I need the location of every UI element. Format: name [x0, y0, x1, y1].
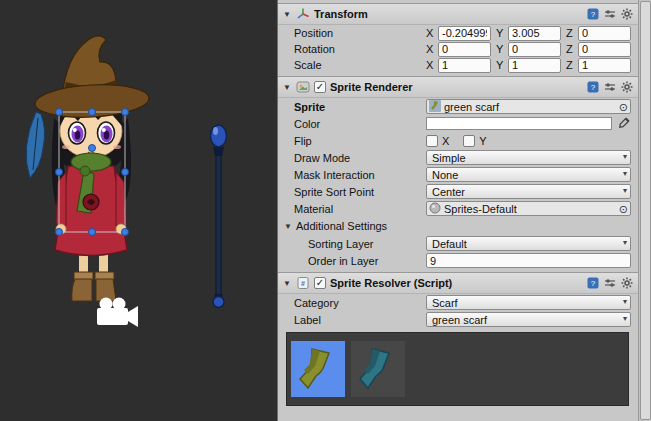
rotation-z-field[interactable]: [578, 42, 631, 57]
scale-y-field[interactable]: [508, 58, 561, 73]
additional-settings-foldout[interactable]: ▼ Additional Settings: [278, 217, 638, 235]
gear-icon[interactable]: [620, 8, 633, 21]
transform-icon: [296, 7, 310, 21]
inspector-panel: ▼ Transform ? Position X Y Z Rotation X: [277, 0, 651, 421]
foldout-arrow-icon[interactable]: ▼: [283, 222, 293, 231]
staff-sprite[interactable]: [211, 125, 227, 308]
sprite-resolver-icon: #: [296, 276, 310, 290]
position-y-field[interactable]: [508, 26, 561, 41]
sprite-resolver-component: ▼ # ✓ Sprite Resolver (Script) ? Categor…: [278, 272, 638, 406]
draw-mode-label: Draw Mode: [294, 152, 426, 164]
scrollbar-thumb[interactable]: [640, 1, 651, 420]
material-object-field[interactable]: Sprites-Default ⊙: [426, 201, 631, 216]
sprite-object-field[interactable]: green scarf ⊙: [426, 99, 631, 114]
character-sprite[interactable]: [26, 36, 150, 301]
order-in-layer-label: Order in Layer: [308, 255, 426, 267]
flip-y-label: Y: [479, 135, 486, 147]
eyedropper-icon[interactable]: [615, 117, 631, 131]
sprite-resolver-header[interactable]: ▼ # ✓ Sprite Resolver (Script) ?: [278, 272, 638, 294]
label-row: Label green scarf ▾: [278, 311, 638, 328]
flip-x-checkbox[interactable]: [426, 135, 438, 147]
transform-component: ▼ Transform ? Position X Y Z Rotation X: [278, 3, 638, 73]
additional-settings-label: Additional Settings: [296, 220, 387, 232]
order-in-layer-field[interactable]: [426, 253, 631, 268]
rotation-label: Rotation: [294, 43, 426, 55]
svg-text:?: ?: [590, 10, 595, 19]
svg-text:?: ?: [590, 83, 595, 92]
draw-mode-row: Draw Mode Simple ▾: [278, 149, 638, 166]
gear-icon[interactable]: [620, 81, 633, 94]
scale-x-field[interactable]: [438, 58, 491, 73]
category-label: Category: [294, 297, 426, 309]
scarf-thumbnail-selected[interactable]: [291, 341, 345, 397]
sprite-renderer-header[interactable]: ▼ ✓ Sprite Renderer ?: [278, 76, 638, 98]
gear-icon[interactable]: [620, 277, 633, 290]
scene-view[interactable]: [0, 0, 277, 421]
sprite-row: Sprite green scarf ⊙: [278, 98, 638, 115]
rotation-row: Rotation X Y Z: [278, 41, 638, 57]
preset-icon[interactable]: [603, 277, 616, 290]
flip-x-label: X: [442, 135, 449, 147]
svg-text:?: ?: [590, 279, 595, 288]
inspector-scrollbar[interactable]: [638, 0, 651, 421]
flip-row: Flip X Y: [278, 132, 638, 149]
sprite-thumb-icon: [429, 100, 441, 114]
transform-header[interactable]: ▼ Transform ?: [278, 3, 638, 25]
sorting-layer-dropdown[interactable]: Default ▾: [426, 236, 631, 251]
sprite-renderer-component: ▼ ✓ Sprite Renderer ? Sprite green scarf…: [278, 76, 638, 269]
sprite-resolver-title: Sprite Resolver (Script): [330, 277, 452, 289]
position-x-field[interactable]: [438, 26, 491, 41]
scale-label: Scale: [294, 59, 426, 71]
dropdown-arrow-icon: ▾: [623, 297, 627, 306]
object-picker-icon[interactable]: ⊙: [619, 100, 628, 114]
z-axis-label: Z: [566, 43, 575, 55]
dropdown-arrow-icon: ▾: [623, 238, 627, 247]
y-axis-label: Y: [496, 27, 505, 39]
dropdown-arrow-icon: ▾: [623, 314, 627, 323]
mask-interaction-dropdown[interactable]: None ▾: [426, 167, 631, 182]
sorting-layer-label: Sorting Layer: [308, 238, 426, 250]
y-axis-label: Y: [496, 43, 505, 55]
component-enabled-checkbox[interactable]: ✓: [314, 277, 326, 289]
scale-z-field[interactable]: [578, 58, 631, 73]
color-field[interactable]: [426, 117, 612, 130]
label-dropdown[interactable]: green scarf ▾: [426, 312, 631, 327]
sprite-sort-point-dropdown[interactable]: Center ▾: [426, 184, 631, 199]
material-row: Material Sprites-Default ⊙: [278, 200, 638, 217]
object-picker-icon[interactable]: ⊙: [619, 202, 628, 216]
category-dropdown[interactable]: Scarf ▾: [426, 295, 631, 310]
mask-interaction-row: Mask Interaction None ▾: [278, 166, 638, 183]
position-row: Position X Y Z: [278, 25, 638, 41]
category-row: Category Scarf ▾: [278, 294, 638, 311]
material-object-name: Sprites-Default: [444, 203, 517, 215]
mask-interaction-label: Mask Interaction: [294, 169, 426, 181]
flip-y-checkbox[interactable]: [463, 135, 475, 147]
component-enabled-checkbox[interactable]: ✓: [314, 81, 326, 93]
sprite-renderer-title: Sprite Renderer: [330, 81, 413, 93]
sprite-object-name: green scarf: [444, 101, 499, 113]
preset-icon[interactable]: [603, 8, 616, 21]
rotation-y-field[interactable]: [508, 42, 561, 57]
draw-mode-dropdown[interactable]: Simple ▾: [426, 150, 631, 165]
svg-text:#: #: [301, 280, 305, 287]
preset-icon[interactable]: [603, 81, 616, 94]
help-icon[interactable]: ?: [586, 8, 599, 21]
foldout-arrow-icon[interactable]: ▼: [282, 10, 292, 19]
dropdown-arrow-icon: ▾: [623, 186, 627, 195]
dropdown-arrow-icon: ▾: [623, 169, 627, 178]
sprite-renderer-icon: [296, 80, 310, 94]
foldout-arrow-icon[interactable]: ▼: [282, 279, 292, 288]
x-axis-label: X: [426, 27, 435, 39]
position-z-field[interactable]: [578, 26, 631, 41]
color-row: Color: [278, 115, 638, 132]
scale-row: Scale X Y Z: [278, 57, 638, 73]
rotation-x-field[interactable]: [438, 42, 491, 57]
z-axis-label: Z: [566, 59, 575, 71]
help-icon[interactable]: ?: [586, 277, 599, 290]
help-icon[interactable]: ?: [586, 81, 599, 94]
x-axis-label: X: [426, 59, 435, 71]
foldout-arrow-icon[interactable]: ▼: [282, 83, 292, 92]
scarf-thumbnail[interactable]: [351, 341, 405, 397]
camera-gizmo-icon[interactable]: [97, 298, 138, 328]
x-axis-label: X: [426, 43, 435, 55]
